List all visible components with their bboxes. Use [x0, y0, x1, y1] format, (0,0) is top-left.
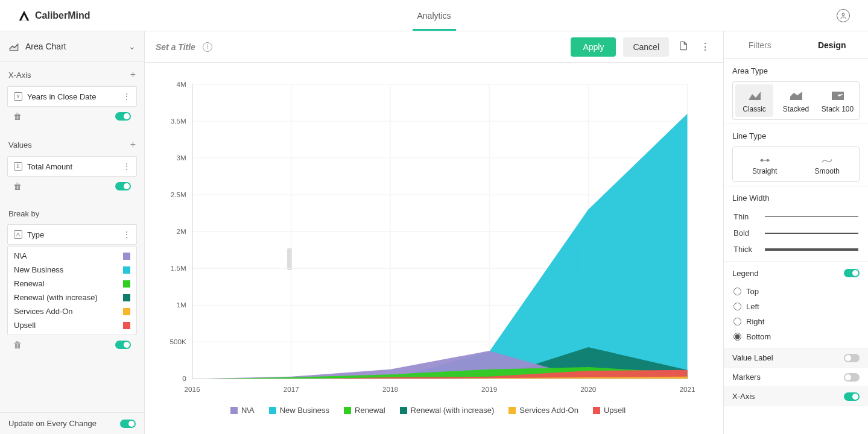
brand-name: CaliberMind [35, 10, 90, 21]
markers-label: Markers [732, 373, 761, 382]
chart-type-selector[interactable]: Area Chart ⌄ [0, 31, 144, 62]
chart-title-input[interactable]: Set a Title [156, 42, 195, 52]
line-width-options: ThinBoldThick [732, 209, 860, 257]
apply-button[interactable]: Apply [571, 37, 616, 57]
line-type-options: StraightSmooth [732, 146, 860, 182]
svg-text:1M: 1M [177, 301, 186, 309]
break-item[interactable]: Services Add-On [8, 304, 136, 318]
xaxis-toggle-right[interactable] [844, 392, 860, 401]
area-type-stacked[interactable]: Stacked [777, 84, 815, 117]
svg-text:4M: 4M [177, 80, 186, 88]
value-label-toggle[interactable] [844, 354, 860, 362]
line-width-thin[interactable]: Thin [732, 209, 860, 225]
area-type-stack-100[interactable]: Stack 100 [819, 84, 857, 117]
breakby-field[interactable]: A Type ⋮ [7, 224, 137, 245]
export-icon[interactable] [676, 39, 691, 55]
line-type-smooth[interactable]: Smooth [798, 149, 857, 179]
line-width-bold[interactable]: Bold [732, 225, 860, 241]
break-item[interactable]: Upsell [8, 318, 136, 332]
trash-icon[interactable]: 🗑 [13, 181, 22, 191]
user-icon[interactable] [837, 9, 850, 22]
value-label-label: Value Label [732, 353, 773, 362]
break-item[interactable]: Renewal [8, 277, 136, 291]
svg-text:2021: 2021 [679, 385, 695, 393]
field-more-icon[interactable]: ⋮ [122, 92, 130, 101]
break-item[interactable]: N\A [8, 249, 136, 263]
tab-analytics[interactable]: Analytics [417, 11, 451, 29]
info-icon[interactable]: i [203, 42, 212, 52]
xaxis-toggle[interactable] [115, 112, 131, 121]
legend-item[interactable]: Renewal [344, 406, 385, 415]
trash-icon[interactable]: 🗑 [13, 340, 22, 350]
svg-text:1.5M: 1.5M [171, 264, 186, 272]
xaxis-section-header: X-Axis + [0, 62, 144, 83]
color-swatch [123, 322, 130, 329]
tab-design[interactable]: Design [796, 31, 869, 58]
legend-pos-top[interactable]: Top [732, 284, 860, 299]
legend-pos-left[interactable]: Left [732, 299, 860, 314]
brand: CaliberMind [18, 10, 90, 22]
svg-text:2017: 2017 [284, 385, 299, 393]
area-chart-icon [8, 41, 19, 52]
legend-item[interactable]: Services Add-On [508, 406, 578, 415]
svg-text:0: 0 [182, 374, 186, 382]
svg-text:2.5M: 2.5M [171, 190, 186, 198]
add-values-icon[interactable]: + [130, 139, 136, 150]
xaxis-field[interactable]: Y Years in Close Date ⋮ [7, 86, 137, 107]
legend-position-options: TopLeftRightBottom [732, 284, 860, 344]
xaxis-label: X-Axis [732, 392, 755, 401]
cancel-button[interactable]: Cancel [623, 37, 669, 57]
area-type-label: Area Type [732, 66, 860, 75]
svg-text:2018: 2018 [382, 385, 399, 393]
color-swatch [123, 266, 130, 274]
breakby-legend: N\ANew BusinessRenewalRenewal (with incr… [7, 246, 137, 335]
chart-type-label: Area Chart [25, 42, 122, 51]
chart-legend: N\ANew BusinessRenewalRenewal (with incr… [157, 402, 699, 422]
add-xaxis-icon[interactable]: + [130, 69, 136, 80]
legend-toggle[interactable] [844, 269, 860, 277]
markers-toggle[interactable] [844, 373, 860, 382]
svg-point-0 [842, 13, 844, 16]
svg-point-33 [761, 159, 762, 161]
color-swatch [123, 280, 130, 288]
values-field[interactable]: Σ Total Amount ⋮ [7, 156, 137, 177]
svg-text:2M: 2M [177, 227, 186, 235]
line-type-straight[interactable]: Straight [735, 149, 794, 179]
tab-filters[interactable]: Filters [724, 31, 796, 58]
update-label: Update on Every Change [8, 419, 97, 428]
field-more-icon[interactable]: ⋮ [122, 162, 130, 171]
line-type-label: Line Type [732, 131, 860, 140]
color-swatch [123, 294, 130, 301]
color-swatch [123, 253, 130, 260]
break-item[interactable]: New Business [8, 263, 136, 277]
area-type-classic[interactable]: Classic [735, 84, 773, 117]
legend-pos-bottom[interactable]: Bottom [732, 329, 860, 344]
svg-text:3.5M: 3.5M [171, 117, 186, 125]
breakby-section-header: Break by [0, 202, 144, 221]
sigma-icon: Σ [14, 162, 22, 171]
field-more-icon[interactable]: ⋮ [122, 230, 130, 239]
update-toggle[interactable] [120, 420, 136, 428]
brand-logo-icon [18, 10, 30, 22]
legend-item[interactable]: N\A [230, 406, 255, 415]
values-section-header: Values + [0, 132, 144, 153]
svg-text:2020: 2020 [580, 385, 597, 393]
year-icon: Y [14, 92, 22, 101]
breakby-toggle[interactable] [115, 341, 131, 349]
svg-point-34 [767, 159, 768, 161]
trash-icon[interactable]: 🗑 [13, 112, 22, 121]
values-toggle[interactable] [115, 182, 131, 190]
svg-text:2016: 2016 [185, 385, 200, 393]
legend-label: Legend [732, 269, 860, 278]
more-icon[interactable]: ⋮ [698, 39, 712, 55]
break-item[interactable]: Renewal (with increase) [8, 291, 136, 304]
line-width-thick[interactable]: Thick [732, 241, 860, 257]
area-type-options: ClassicStackedStack 100 [732, 81, 860, 120]
text-icon: A [14, 230, 22, 239]
legend-item[interactable]: Upsell [593, 406, 626, 415]
line-width-label: Line Width [732, 193, 860, 203]
chevron-down-icon: ⌄ [128, 42, 136, 51]
legend-pos-right[interactable]: Right [732, 314, 860, 329]
legend-item[interactable]: New Business [269, 406, 329, 415]
legend-item[interactable]: Renewal (with increase) [400, 406, 495, 415]
